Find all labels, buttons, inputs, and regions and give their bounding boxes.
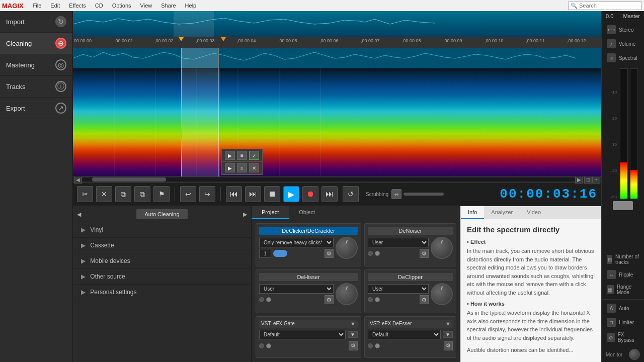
nav-rangemode[interactable]: ▦ Range Mode: [604, 282, 642, 297]
nav-tracks[interactable]: ⊞ Number of tracks: [604, 252, 642, 267]
dehisser-led2: [266, 297, 271, 302]
undo-btn[interactable]: ↩: [180, 186, 196, 202]
declicker-toggle[interactable]: [273, 250, 287, 257]
zoom-in-btn[interactable]: +: [592, 175, 600, 184]
ctx-play-btn[interactable]: ▶: [225, 151, 235, 160]
redo-btn[interactable]: ↪: [199, 186, 215, 202]
dehisser-knob[interactable]: [336, 283, 358, 305]
vst-desser-gear[interactable]: ⚙: [444, 341, 453, 350]
vst-desser-expand[interactable]: ▼: [445, 321, 451, 327]
ripple-icon: ↔: [607, 270, 616, 279]
nav-ripple[interactable]: ↔ Ripple: [604, 268, 642, 281]
paste-tool[interactable]: ⧉: [134, 186, 150, 202]
prev-btn[interactable]: ⏭: [245, 186, 261, 202]
info-section-effect-title: • Effect: [467, 239, 595, 245]
info-tab-analyzer[interactable]: Analyzer: [484, 206, 520, 219]
declipper-dropdown[interactable]: User: [368, 284, 429, 294]
nav-spectral[interactable]: ≋ Spectral: [604, 51, 642, 64]
declipper-knob[interactable]: [431, 283, 453, 305]
sidebar-item-export[interactable]: Export ↗: [0, 98, 72, 119]
declicker-dropdown[interactable]: Only remove heavy clicks*: [259, 238, 334, 247]
marker-tool[interactable]: ⚑: [153, 186, 170, 202]
scroll-right-btn[interactable]: ▶: [575, 175, 583, 184]
declicker-knob[interactable]: [336, 237, 358, 259]
nav-auto[interactable]: A Auto: [604, 302, 642, 315]
cleaning-other[interactable]: ▶ Other source: [73, 269, 251, 285]
monitor-knob[interactable]: [629, 349, 640, 360]
info-panel: Info Analyzer Video Edit the spectrum di…: [460, 206, 601, 362]
panel-arrow-left[interactable]: ◀: [77, 211, 81, 218]
loop-btn[interactable]: ↺: [343, 186, 359, 202]
vst-gate-header: VST: eFX Gate ▼: [259, 320, 358, 328]
scrub-track[interactable]: [404, 193, 444, 196]
ctx-play2-btn[interactable]: ▶: [225, 163, 235, 172]
nav-stereo[interactable]: ⟷ Stereo: [604, 23, 642, 36]
scroll-left-btn[interactable]: ◀: [74, 175, 82, 184]
tab-project[interactable]: Project: [252, 206, 289, 219]
scissors-tool[interactable]: ✂: [77, 186, 93, 202]
vst-gate-expand[interactable]: ▼: [350, 321, 356, 327]
vst-gate-gear[interactable]: ⚙: [349, 341, 358, 350]
mini-waveform[interactable]: [73, 11, 601, 37]
vst-desser-arrow[interactable]: ▼: [443, 331, 453, 338]
denoiser-dropdown[interactable]: User: [368, 238, 429, 247]
menu-cd[interactable]: CD: [91, 2, 107, 10]
nav-volume[interactable]: ♪ Volume: [604, 37, 642, 50]
denoiser-gear[interactable]: ⚙: [420, 249, 429, 258]
declicker-gear[interactable]: ⚙: [325, 249, 334, 258]
scrub-toggle[interactable]: ⇔: [391, 189, 401, 199]
dehisser-dropdown[interactable]: User: [259, 284, 334, 294]
cleaning-vinyl[interactable]: ▶ Vinyl: [73, 222, 251, 238]
menu-view[interactable]: View: [136, 2, 156, 10]
info-tab-video[interactable]: Video: [520, 206, 548, 219]
remove-tool[interactable]: ✕: [96, 186, 112, 202]
ctx-grid2-btn[interactable]: ≡: [237, 163, 247, 172]
sidebar-item-mastering[interactable]: Mastering ◎: [0, 54, 72, 76]
ctx-close-btn[interactable]: ✕: [249, 163, 259, 172]
panel-arrow-right[interactable]: ▶: [243, 211, 247, 218]
bottom-area: ◀ Auto Cleaning ▶ ▶ Vinyl ▶ Cassette ▶: [73, 206, 601, 362]
right-nav-3: A Auto ⊓ Limiter ⊘ FX Bypass: [602, 300, 644, 347]
nav-fxbypass[interactable]: ⊘ FX Bypass: [604, 330, 642, 345]
ctx-check-btn[interactable]: ✓: [249, 151, 259, 160]
cleaning-mobile[interactable]: ▶ Mobile devices: [73, 253, 251, 269]
skip-start-btn[interactable]: ⏮: [226, 186, 242, 202]
scroll-thumb[interactable]: [92, 177, 166, 182]
ctx-grid-btn[interactable]: ≡: [237, 151, 247, 160]
dehisser-gear[interactable]: ⚙: [325, 295, 334, 304]
nav-limiter[interactable]: ⊓ Limiter: [604, 316, 642, 329]
menu-share[interactable]: Share: [157, 2, 180, 10]
info-tab-info[interactable]: Info: [461, 206, 484, 219]
cleaning-cassette[interactable]: ▶ Cassette: [73, 238, 251, 253]
skip-end-btn[interactable]: ⏭: [321, 186, 338, 202]
vst-gate-dropdown[interactable]: Default: [259, 330, 346, 339]
menu-help[interactable]: Help: [181, 2, 201, 10]
menu-edit[interactable]: Edit: [46, 2, 64, 10]
vst-gate-arrow[interactable]: ▼: [348, 331, 358, 338]
sidebar-item-cleaning[interactable]: Cleaning ⊖: [0, 33, 72, 54]
volume-icon: ♪: [607, 39, 616, 48]
record-btn[interactable]: ⏺: [302, 186, 318, 202]
menu-effects[interactable]: Effects: [65, 2, 90, 10]
copy-tool[interactable]: ⧉: [115, 186, 131, 202]
vst-desser-dropdown[interactable]: Default: [368, 330, 441, 339]
spectral-grid: [73, 68, 601, 176]
waveform-track[interactable]: [73, 48, 601, 68]
menu-file[interactable]: File: [29, 2, 46, 10]
stop-btn[interactable]: ⏹: [264, 186, 280, 202]
search-input[interactable]: [579, 3, 639, 9]
denoiser-knob[interactable]: [431, 237, 453, 259]
menu-options[interactable]: Options: [108, 2, 135, 10]
master-fader[interactable]: [613, 201, 633, 210]
play-btn[interactable]: ▶: [283, 186, 299, 202]
zoom-fit-btn[interactable]: ⊡: [584, 175, 592, 184]
scroll-track[interactable]: [82, 177, 575, 182]
declipper-gear[interactable]: ⚙: [420, 295, 429, 304]
sidebar-item-import[interactable]: Import ↻: [0, 11, 72, 33]
sidebar-item-tracks[interactable]: Tracks ⓘ: [0, 76, 72, 98]
declicker-num[interactable]: [259, 249, 271, 258]
info-section-howit-text: As in the typical waveform display the h…: [467, 309, 595, 342]
spectral-display[interactable]: ▶ ≡ ✓ ▶ ≡ ✕: [73, 68, 601, 176]
tab-object[interactable]: Object: [289, 206, 325, 219]
cleaning-personal[interactable]: ▶ Personal settings: [73, 285, 251, 300]
